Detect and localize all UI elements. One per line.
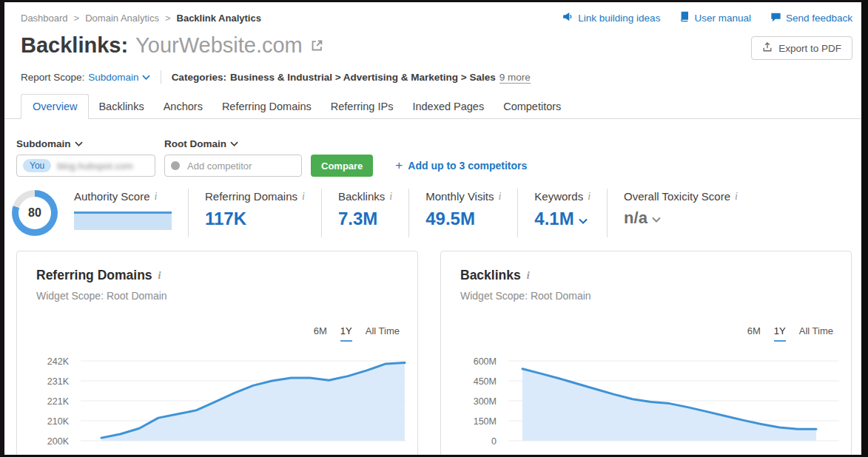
time-range-selector: 6M1YAll Time: [747, 325, 833, 342]
plus-icon: +: [395, 158, 403, 173]
metric-toxicity: Overall Toxicity Score i n/a: [607, 189, 754, 237]
chevron-down-icon: [230, 138, 238, 149]
your-domain-field[interactable]: You blog.hubspot.com: [16, 155, 155, 177]
time-range-all-time[interactable]: All Time: [799, 325, 833, 342]
subdomain-label: Subdomain: [16, 138, 71, 149]
tab-backlinks[interactable]: Backlinks: [89, 95, 153, 118]
metric-monthly-visits: Monthly Visits i 49.5M: [408, 189, 517, 237]
add-competitor-input[interactable]: [186, 160, 285, 172]
book-icon: [679, 11, 690, 24]
title-row: Backlinks: YourWebsite.com Export to PDF: [21, 32, 852, 60]
tab-bar: OverviewBacklinksAnchorsReferring Domain…: [4, 94, 861, 119]
donut-chart: 80: [12, 190, 58, 236]
user-manual-link[interactable]: User manual: [679, 11, 751, 24]
you-badge: You: [23, 159, 51, 172]
keywords-label: Keywords: [534, 190, 583, 203]
time-range-6m[interactable]: 6M: [747, 325, 761, 342]
backlinks-value[interactable]: 7.3M: [338, 209, 392, 229]
time-range-1y[interactable]: 1Y: [774, 325, 786, 342]
subdomain-dropdown[interactable]: Subdomain: [16, 138, 164, 149]
info-icon[interactable]: i: [735, 191, 738, 203]
categories-path: Business & Industrial > Advertising & Ma…: [230, 72, 496, 83]
megaphone-icon: [562, 11, 573, 24]
page-title: Backlinks: YourWebsite.com: [21, 32, 324, 58]
app-window: Dashboard>Domain Analytics>Backlink Anal…: [0, 0, 868, 457]
tab-anchors[interactable]: Anchors: [154, 95, 212, 118]
send-feedback-link[interactable]: Send feedback: [770, 12, 852, 24]
time-range-1y[interactable]: 1Y: [340, 325, 352, 342]
keywords-value-dropdown[interactable]: 4.1M: [534, 209, 591, 229]
authority-score-bar: [74, 211, 172, 230]
metric-authority-score: Authority Score i: [68, 189, 188, 237]
compare-button[interactable]: Compare: [311, 155, 373, 177]
breadcrumb-item[interactable]: Dashboard: [21, 13, 68, 24]
toxicity-value-dropdown[interactable]: n/a: [624, 209, 738, 228]
svg-text:0: 0: [491, 436, 497, 447]
referring-domains-widget-title: Referring Domains: [36, 268, 152, 283]
referring-domains-chart: 242K231K221K210K200K: [18, 349, 417, 457]
chevron-down-icon: [142, 72, 150, 83]
info-icon[interactable]: i: [158, 270, 161, 282]
chevron-down-icon: [579, 209, 588, 229]
chevron-down-icon: [75, 138, 83, 149]
tab-overview[interactable]: Overview: [21, 94, 89, 119]
widget-scope-text: Widget Scope: Root Domain: [36, 290, 167, 302]
breadcrumb-item[interactable]: Domain Analytics: [85, 13, 159, 24]
export-icon: [762, 41, 773, 55]
time-range-6m[interactable]: 6M: [314, 325, 327, 342]
monthly-visits-label: Monthly Visits: [425, 190, 494, 203]
svg-text:600M: 600M: [474, 356, 497, 367]
tab-competitors[interactable]: Competitors: [494, 95, 571, 118]
svg-text:221K: 221K: [47, 396, 70, 407]
info-icon[interactable]: i: [302, 191, 305, 203]
time-range-all-time[interactable]: All Time: [366, 325, 400, 342]
send-feedback-label: Send feedback: [786, 13, 852, 24]
metric-referring-domains: Referring Domains i 117K: [188, 189, 321, 237]
monthly-visits-value[interactable]: 49.5M: [425, 209, 501, 229]
competitor-filter-row: You blog.hubspot.com Compare + Add up to…: [16, 155, 527, 177]
report-scope-dropdown[interactable]: Subdomain: [88, 72, 149, 83]
info-icon[interactable]: i: [588, 191, 591, 203]
info-icon[interactable]: i: [498, 191, 501, 203]
authority-score-label: Authority Score: [74, 190, 150, 203]
tab-referring-domains[interactable]: Referring Domains: [212, 95, 321, 118]
link-building-ideas-link[interactable]: Link building ideas: [562, 11, 660, 24]
authority-score-gauge: 80: [12, 189, 68, 236]
add-competitors-link[interactable]: + Add up to 3 competitors: [395, 158, 527, 173]
export-to-pdf-button[interactable]: Export to PDF: [751, 36, 852, 60]
backlinks-widget: Backlinks i Widget Scope: Root Domain 6M…: [440, 251, 852, 457]
root-domain-dropdown[interactable]: Root Domain: [164, 138, 238, 149]
tab-referring-ips[interactable]: Referring IPs: [321, 95, 403, 118]
categories-text: Categories:Business & Industrial > Adver…: [172, 72, 531, 83]
report-scope-row: Report Scope: Subdomain Categories:Busin…: [21, 70, 531, 84]
page-title-prefix: Backlinks:: [21, 32, 128, 58]
metric-backlinks: Backlinks i 7.3M: [321, 189, 408, 237]
info-icon[interactable]: i: [527, 270, 530, 282]
svg-text:231K: 231K: [47, 376, 70, 387]
time-range-selector: 6M1YAll Time: [314, 325, 400, 342]
toxicity-label: Overall Toxicity Score: [624, 190, 730, 203]
breadcrumb: Dashboard>Domain Analytics>Backlink Anal…: [21, 13, 261, 24]
svg-text:450M: 450M: [474, 376, 497, 387]
link-building-ideas-label: Link building ideas: [578, 13, 660, 24]
info-icon[interactable]: i: [389, 191, 392, 203]
referring-domains-value[interactable]: 117K: [205, 209, 305, 229]
page-title-domain: YourWebsite.com: [135, 32, 303, 58]
svg-text:242K: 242K: [47, 356, 70, 367]
backlinks-label: Backlinks: [338, 190, 385, 203]
external-link-icon[interactable]: [310, 32, 324, 58]
filter-labels: Subdomain Root Domain: [16, 138, 238, 149]
breadcrumb-item: Backlink Analytics: [177, 13, 261, 24]
report-scope-label: Report Scope:: [21, 72, 84, 83]
info-icon[interactable]: i: [155, 191, 158, 203]
add-competitor-field[interactable]: [164, 155, 302, 177]
breadcrumb-separator: >: [74, 13, 80, 24]
report-scope-value: Subdomain: [88, 72, 138, 83]
widget-scope-text: Widget Scope: Root Domain: [460, 290, 591, 302]
tab-indexed-pages[interactable]: Indexed Pages: [403, 95, 494, 118]
referring-domains-widget: Referring Domains i Widget Scope: Root D…: [16, 251, 418, 457]
categories-more-link[interactable]: 9 more: [499, 72, 531, 84]
referring-domains-label: Referring Domains: [205, 190, 297, 203]
chevron-down-icon: [652, 209, 661, 228]
export-to-pdf-label: Export to PDF: [778, 43, 841, 54]
